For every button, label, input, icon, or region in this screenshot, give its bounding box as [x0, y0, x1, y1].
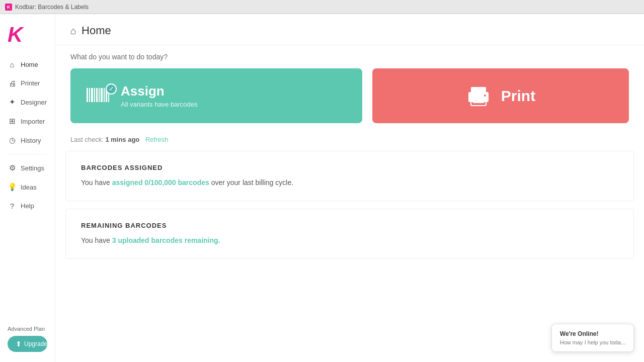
- sidebar-item-settings[interactable]: ⚙ Settings: [0, 158, 55, 177]
- sidebar-item-history[interactable]: ◷ History: [0, 131, 55, 150]
- browser-title: K Kodbar: Barcodes & Labels: [5, 4, 89, 11]
- home-header-icon: ⌂: [70, 25, 76, 37]
- remaining-text-before: You have: [81, 236, 112, 244]
- chat-widget[interactable]: We're Online! How may I help you toda...: [551, 324, 634, 352]
- sidebar-item-label: History: [21, 137, 41, 144]
- sidebar-item-label: Importer: [21, 118, 45, 125]
- assign-card-title: Assign: [121, 83, 197, 99]
- svg-rect-0: [87, 88, 88, 102]
- sidebar-item-printer[interactable]: 🖨 Printer: [0, 74, 55, 93]
- svg-rect-2: [91, 88, 93, 102]
- help-icon: ?: [8, 202, 17, 210]
- svg-rect-14: [473, 102, 484, 103]
- last-check-time: 1 mins ago: [105, 136, 139, 143]
- nav-divider: [8, 154, 47, 154]
- history-icon: ◷: [8, 136, 17, 145]
- sidebar-item-label: Help: [21, 202, 34, 210]
- assigned-text-after: over your last billing cycle.: [209, 178, 293, 187]
- action-cards: ✓ Assign All variants have barcodes Pri: [55, 68, 644, 133]
- assign-card[interactable]: ✓ Assign All variants have barcodes: [70, 68, 362, 123]
- sidebar: K ⌂ Home 🖨 Printer ✦ Designer ⊞ Importer…: [0, 14, 55, 362]
- chat-subtitle: How may I help you toda...: [560, 339, 625, 345]
- svg-point-15: [484, 95, 486, 97]
- sidebar-bottom: Advanced Plan ⬆ Upgrade: [0, 321, 55, 357]
- svg-rect-3: [94, 88, 95, 102]
- logo: K: [8, 24, 47, 45]
- print-card[interactable]: Print: [372, 68, 629, 123]
- assign-card-subtitle: All variants have barcodes: [121, 101, 197, 108]
- chat-title: We're Online!: [560, 330, 625, 337]
- svg-rect-7: [104, 88, 105, 102]
- favicon-icon: K: [5, 4, 12, 11]
- upgrade-button-label: Upgrade: [24, 340, 47, 347]
- svg-rect-6: [101, 88, 103, 102]
- last-check-label: Last check:: [70, 136, 104, 143]
- app-container: K ⌂ Home 🖨 Printer ✦ Designer ⊞ Importer…: [0, 14, 644, 362]
- printer-nav-icon: 🖨: [8, 79, 17, 87]
- svg-rect-11: [471, 87, 486, 93]
- remaining-barcodes-text: You have 3 uploaded barcodes remaining.: [81, 235, 618, 246]
- check-badge: ✓: [106, 83, 117, 95]
- sidebar-item-label: Home: [21, 61, 38, 68]
- refresh-link[interactable]: Refresh: [145, 136, 169, 143]
- logo-area: K: [0, 19, 55, 55]
- main-content: ⌂ Home What do you want to do today?: [55, 14, 644, 362]
- last-check-bar: Last check: 1 mins ago Refresh: [55, 133, 644, 151]
- sidebar-item-home[interactable]: ⌂ Home: [0, 55, 55, 74]
- remaining-barcodes-title: REMAINING BARCODES: [81, 222, 618, 229]
- home-icon: ⌂: [8, 60, 17, 69]
- page-subtitle: What do you want to do today?: [55, 45, 644, 68]
- page-title: Home: [82, 24, 111, 37]
- barcodes-assigned-title: BARCODES ASSIGNED: [81, 164, 618, 171]
- barcodes-assigned-text: You have assigned 0/100,000 barcodes ove…: [81, 177, 618, 188]
- assign-icon-area: ✓: [86, 86, 111, 106]
- svg-rect-5: [99, 88, 100, 102]
- sidebar-item-label: Printer: [21, 79, 40, 87]
- upgrade-icon: ⬆: [16, 340, 22, 348]
- remaining-highlight: 3 uploaded barcodes remaining.: [112, 236, 220, 244]
- sidebar-item-label: Designer: [21, 99, 47, 106]
- printer-icon: [466, 84, 491, 107]
- ideas-icon: 💡: [8, 183, 17, 192]
- sidebar-item-designer[interactable]: ✦ Designer: [0, 93, 55, 112]
- svg-rect-4: [96, 88, 98, 102]
- assigned-text-before: You have: [81, 178, 112, 187]
- sidebar-item-ideas[interactable]: 💡 Ideas: [0, 177, 55, 197]
- settings-icon: ⚙: [8, 163, 17, 172]
- sidebar-item-label: Ideas: [21, 184, 37, 191]
- svg-rect-1: [89, 88, 90, 102]
- sidebar-item-importer[interactable]: ⊞ Importer: [0, 112, 55, 131]
- assigned-highlight: assigned 0/100,000 barcodes: [112, 178, 209, 187]
- assign-card-text: Assign All variants have barcodes: [121, 83, 197, 108]
- advanced-plan-label: Advanced Plan: [8, 326, 47, 332]
- sidebar-item-help[interactable]: ? Help: [0, 197, 55, 215]
- browser-tab-title: Kodbar: Barcodes & Labels: [15, 4, 89, 11]
- importer-icon: ⊞: [8, 117, 17, 126]
- svg-rect-13: [473, 100, 484, 101]
- page-header: ⌂ Home: [55, 14, 644, 45]
- designer-icon: ✦: [8, 98, 17, 107]
- print-card-title: Print: [501, 87, 535, 105]
- remaining-barcodes-section: REMAINING BARCODES You have 3 uploaded b…: [65, 209, 634, 259]
- barcodes-assigned-section: BARCODES ASSIGNED You have assigned 0/10…: [65, 151, 634, 201]
- sidebar-item-label: Settings: [21, 164, 44, 172]
- upgrade-button[interactable]: ⬆ Upgrade: [8, 336, 47, 352]
- browser-bar: K Kodbar: Barcodes & Labels: [0, 0, 644, 14]
